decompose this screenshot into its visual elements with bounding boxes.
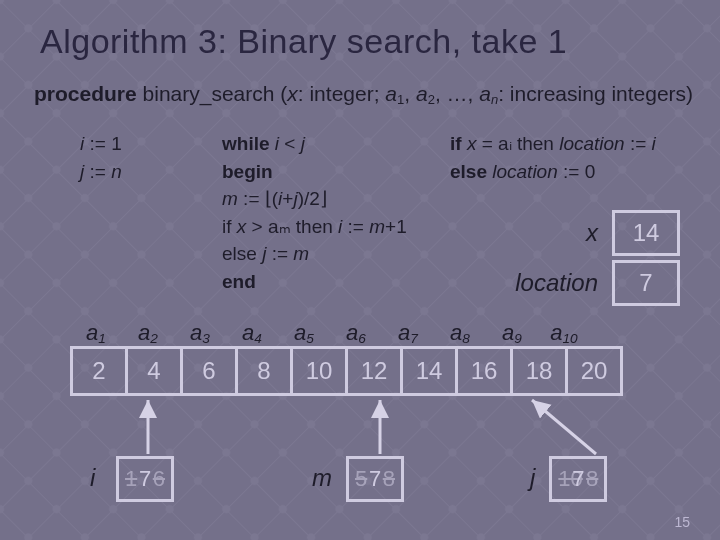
procedure-signature: procedure binary_search (x: integer; a1,…	[34, 82, 693, 107]
pointer-i: i 176	[90, 456, 174, 502]
array-cell: 2	[70, 346, 128, 396]
array-header: a2	[122, 320, 174, 346]
var-x-value: 14	[612, 210, 680, 256]
array-header: a1	[70, 320, 122, 346]
array-header: a7	[382, 320, 434, 346]
array-header: a3	[174, 320, 226, 346]
var-x-label: x	[494, 219, 598, 247]
array-header: a4	[226, 320, 278, 346]
array-cell: 10	[290, 346, 348, 396]
array-cell: 16	[455, 346, 513, 396]
var-location-value: 7	[612, 260, 680, 306]
var-location-label: location	[494, 269, 598, 297]
array-cell: 12	[345, 346, 403, 396]
page-number: 15	[674, 514, 690, 530]
array-header: a8	[434, 320, 486, 346]
post-code: if x = aᵢ then location := ielse locatio…	[450, 130, 656, 185]
init-code: i := 1j := n	[80, 130, 122, 185]
array-cell: 8	[235, 346, 293, 396]
array-display: a1a2a3a4a5a6a7a8a9a10 2468101214161820	[70, 320, 623, 396]
pointer-m: m578	[312, 456, 404, 502]
array-header: a9	[486, 320, 538, 346]
array-header: a6	[330, 320, 382, 346]
array-header: a5	[278, 320, 330, 346]
slide-title: Algorithm 3: Binary search, take 1	[40, 22, 567, 61]
array-cell: 18	[510, 346, 568, 396]
array-cell: 14	[400, 346, 458, 396]
loop-code: while i < jbegin m := ⌊(i+j)/2⌋ if x > a…	[222, 130, 407, 295]
array-header: a10	[538, 320, 590, 346]
array-cell: 4	[125, 346, 183, 396]
array-cell: 20	[565, 346, 623, 396]
variable-boxes: x 14 location 7	[494, 206, 680, 310]
pointer-j: j1078	[530, 456, 607, 502]
array-cell: 6	[180, 346, 238, 396]
